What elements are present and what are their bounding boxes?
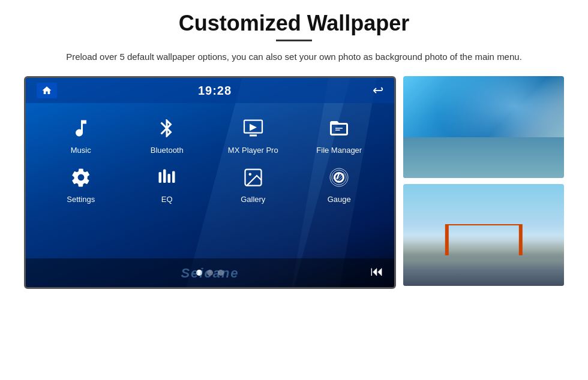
wallpaper-thumbnail-ice[interactable]: ✓	[403, 76, 564, 178]
app-bluetooth-label: Bluetooth	[151, 146, 184, 155]
app-gauge-label: Gauge	[328, 195, 351, 204]
app-bluetooth[interactable]: Bluetooth	[124, 111, 211, 161]
app-gallery[interactable]: Gallery	[210, 161, 296, 210]
app-music[interactable]: Music	[38, 111, 124, 161]
home-icon[interactable]	[37, 83, 57, 98]
time-display: 19:28	[198, 84, 232, 98]
svg-rect-5	[163, 170, 166, 183]
eq-icon	[156, 167, 178, 191]
svg-point-9	[248, 173, 251, 176]
car-screen: 19:28 ↩ Music Bluetooth	[24, 76, 396, 289]
thumbnails-column: ✓	[403, 76, 564, 286]
app-filemanager-label: File Manager	[316, 146, 362, 155]
filemanager-icon	[328, 117, 350, 142]
app-mxplayer[interactable]: MX Player Pro	[210, 111, 296, 161]
wallpaper-thumbnail-bridge[interactable]	[403, 184, 564, 286]
notification-badge: ✓	[545, 159, 559, 173]
svg-rect-6	[168, 174, 171, 183]
page-container: Customized Wallpaper Preload over 5 defa…	[0, 0, 588, 380]
page-title: Customized Wallpaper	[179, 11, 410, 36]
app-eq-label: EQ	[161, 195, 173, 204]
app-gauge[interactable]: Gauge	[296, 161, 383, 210]
app-filemanager[interactable]: File Manager	[296, 111, 383, 161]
app-mxplayer-label: MX Player Pro	[228, 146, 278, 155]
app-eq[interactable]: EQ	[124, 161, 211, 210]
svg-rect-7	[172, 171, 175, 183]
skip-back-icon[interactable]: ⏮	[370, 264, 383, 279]
app-grid: Music Bluetooth MX Player Pro	[26, 103, 394, 218]
app-settings[interactable]: Settings	[38, 161, 124, 210]
music-icon	[70, 117, 92, 142]
svg-rect-4	[159, 172, 162, 183]
bridge-tower-left	[445, 225, 449, 255]
mxplayer-icon	[242, 117, 264, 142]
back-icon[interactable]: ↩	[373, 83, 383, 98]
content-row: 19:28 ↩ Music Bluetooth	[24, 76, 564, 289]
app-settings-label: Settings	[67, 195, 95, 204]
gallery-icon	[242, 167, 264, 191]
title-divider	[276, 40, 312, 41]
bridge-tower-right	[518, 225, 522, 255]
bridge-cable	[445, 224, 523, 225]
app-music-label: Music	[71, 146, 91, 155]
bluetooth-icon	[156, 117, 178, 142]
app-gallery-label: Gallery	[241, 195, 265, 204]
seicane-watermark: Seicane	[181, 266, 239, 281]
top-bar: 19:28 ↩	[26, 78, 394, 103]
gauge-icon	[328, 167, 350, 191]
settings-icon	[70, 167, 92, 191]
page-description: Preload over 5 default wallpaper options…	[66, 50, 522, 64]
